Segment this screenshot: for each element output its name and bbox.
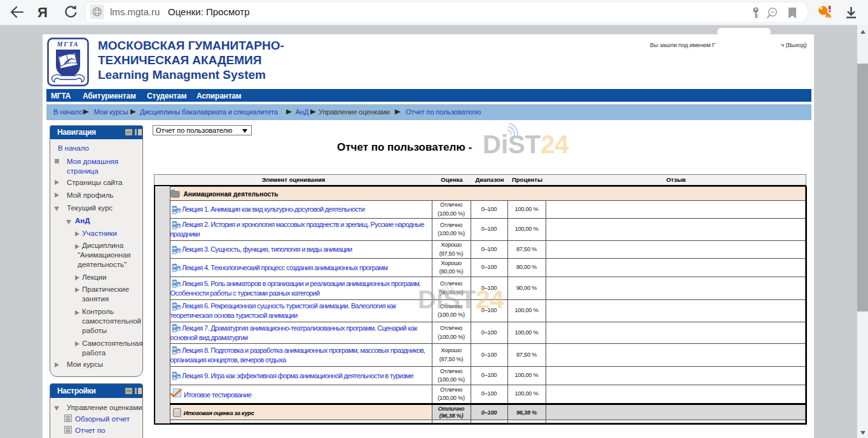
svg-text:МГТА: МГТА [56,41,79,48]
